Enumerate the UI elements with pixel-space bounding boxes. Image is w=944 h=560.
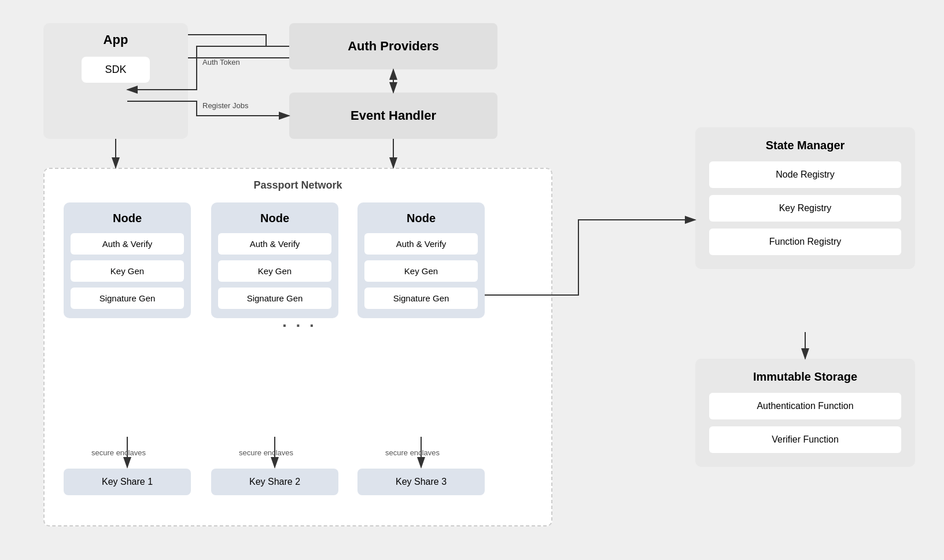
node-3-title: Node bbox=[407, 212, 436, 225]
node-2-title: Node bbox=[260, 212, 289, 225]
node-2-keygen: Key Gen bbox=[218, 260, 331, 282]
key-share-1: Key Share 1 bbox=[64, 469, 191, 495]
app-title: App bbox=[104, 32, 128, 47]
passport-network-label: Passport Network bbox=[43, 179, 552, 191]
node-3-auth: Auth & Verify bbox=[364, 233, 478, 255]
diagram-container: App SDK Auth Providers Event Handler Pas… bbox=[0, 0, 944, 560]
key-registry: Key Registry bbox=[709, 195, 901, 222]
node-1-keygen: Key Gen bbox=[71, 260, 184, 282]
node-2-auth: Auth & Verify bbox=[218, 233, 331, 255]
node-3-siggen: Signature Gen bbox=[364, 288, 478, 309]
immutable-storage-title: Immutable Storage bbox=[709, 370, 901, 384]
immutable-storage-box: Immutable Storage Authentication Functio… bbox=[695, 359, 915, 467]
auth-token-label: Auth Token bbox=[202, 58, 240, 67]
ellipsis: . . . bbox=[282, 312, 316, 331]
sdk-box: SDK bbox=[82, 57, 149, 83]
function-registry: Function Registry bbox=[709, 229, 901, 255]
node-2: Node Auth & Verify Key Gen Signature Gen bbox=[211, 202, 338, 318]
sdk-label: SDK bbox=[105, 64, 126, 75]
register-jobs-label: Register Jobs bbox=[202, 101, 248, 110]
secure-label-2: secure enclaves bbox=[239, 448, 293, 457]
state-manager-box: State Manager Node Registry Key Registry… bbox=[695, 127, 915, 269]
node-3-keygen: Key Gen bbox=[364, 260, 478, 282]
state-manager-title: State Manager bbox=[709, 139, 901, 152]
node-3: Node Auth & Verify Key Gen Signature Gen bbox=[357, 202, 485, 318]
secure-label-1: secure enclaves bbox=[91, 448, 146, 457]
app-box: App SDK bbox=[43, 23, 188, 139]
auth-providers-label: Auth Providers bbox=[348, 39, 439, 54]
node-1: Node Auth & Verify Key Gen Signature Gen bbox=[64, 202, 191, 318]
verifier-function: Verifier Function bbox=[709, 426, 901, 453]
auth-providers-box: Auth Providers bbox=[289, 23, 497, 69]
event-handler-label: Event Handler bbox=[351, 108, 436, 123]
node-registry: Node Registry bbox=[709, 161, 901, 188]
node-1-auth: Auth & Verify bbox=[71, 233, 184, 255]
node-1-title: Node bbox=[113, 212, 142, 225]
node-1-siggen: Signature Gen bbox=[71, 288, 184, 309]
secure-label-3: secure enclaves bbox=[385, 448, 440, 457]
node-2-siggen: Signature Gen bbox=[218, 288, 331, 309]
event-handler-box: Event Handler bbox=[289, 93, 497, 139]
key-share-3: Key Share 3 bbox=[357, 469, 485, 495]
key-share-2: Key Share 2 bbox=[211, 469, 338, 495]
authentication-function: Authentication Function bbox=[709, 393, 901, 419]
